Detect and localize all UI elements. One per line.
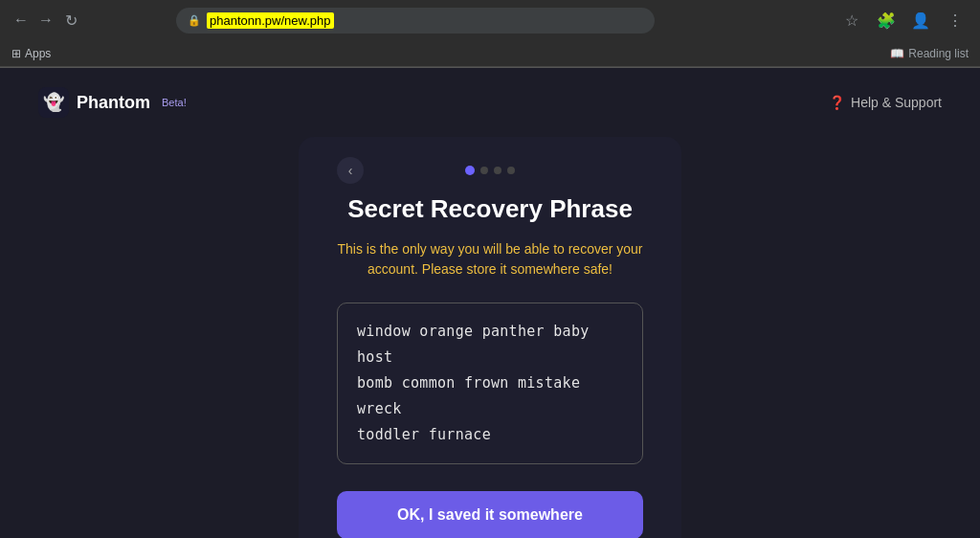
- extensions-icon[interactable]: 🧩: [873, 7, 900, 34]
- address-bar[interactable]: 🔒 phantonn.pw/new.php: [176, 8, 655, 34]
- forward-button[interactable]: →: [36, 11, 56, 30]
- dot-2: [480, 167, 488, 174]
- url-text: phantonn.pw/new.php: [207, 12, 334, 29]
- card-back-button[interactable]: ‹: [337, 157, 364, 184]
- phrase-text: window orange panther baby host bomb com…: [357, 319, 623, 448]
- reload-button[interactable]: ↻: [61, 11, 80, 30]
- dark-background: 👻 Phantom Beta! ❓ Help & Support ‹: [0, 68, 980, 538]
- dot-1: [465, 166, 475, 175]
- page-content: 👻 Phantom Beta! ❓ Help & Support ‹: [0, 68, 980, 538]
- back-button[interactable]: ←: [11, 11, 31, 30]
- toolbar-right: ☆ 🧩 👤 ⋮: [838, 7, 969, 34]
- phrase-line-2: bomb common frown mistake wreck: [357, 374, 580, 417]
- card-warning-text: This is the only way you will be able to…: [337, 239, 643, 280]
- browser-toolbar: ← → ↻ 🔒 phantonn.pw/new.php ☆ 🧩 👤 ⋮: [0, 0, 980, 40]
- dot-3: [494, 167, 501, 174]
- bookmarks-bar: ⊞ Apps 📖 Reading list: [0, 40, 980, 67]
- lock-icon: 🔒: [188, 14, 201, 27]
- apps-icon: ⊞: [11, 47, 21, 60]
- star-icon[interactable]: ☆: [838, 7, 865, 34]
- apps-label[interactable]: Apps: [25, 47, 51, 60]
- card-navigation: ‹: [337, 166, 643, 175]
- menu-icon[interactable]: ⋮: [942, 7, 969, 34]
- phrase-box: window orange panther baby host bomb com…: [337, 303, 643, 464]
- help-label: Help & Support: [851, 95, 942, 110]
- phrase-line-3: toddler furnace: [357, 426, 491, 443]
- phantom-icon: 👻: [38, 87, 69, 118]
- reading-list-button[interactable]: 📖 Reading list: [890, 47, 969, 60]
- reading-list-icon: 📖: [890, 47, 904, 60]
- phantom-logo: 👻 Phantom Beta!: [38, 87, 187, 118]
- page-topbar: 👻 Phantom Beta! ❓ Help & Support: [0, 68, 980, 137]
- reading-list-label: Reading list: [908, 47, 969, 60]
- phrase-line-1: window orange panther baby host: [357, 323, 590, 366]
- phantom-name: Phantom: [77, 93, 150, 113]
- beta-badge: Beta!: [162, 97, 187, 108]
- card-title: Secret Recovery Phrase: [347, 194, 633, 224]
- dot-4: [507, 167, 515, 174]
- ok-saved-button[interactable]: OK, I saved it somewhere: [337, 491, 643, 538]
- nav-buttons: ← → ↻: [11, 11, 80, 30]
- progress-dots: [465, 166, 515, 175]
- recovery-phrase-card: ‹ Secret Recovery Phrase This is the onl…: [299, 137, 681, 538]
- help-support-button[interactable]: ❓ Help & Support: [829, 95, 942, 110]
- profile-icon[interactable]: 👤: [907, 7, 934, 34]
- help-icon: ❓: [829, 95, 845, 110]
- browser-chrome: ← → ↻ 🔒 phantonn.pw/new.php ☆ 🧩 👤 ⋮ ⊞ Ap…: [0, 0, 980, 68]
